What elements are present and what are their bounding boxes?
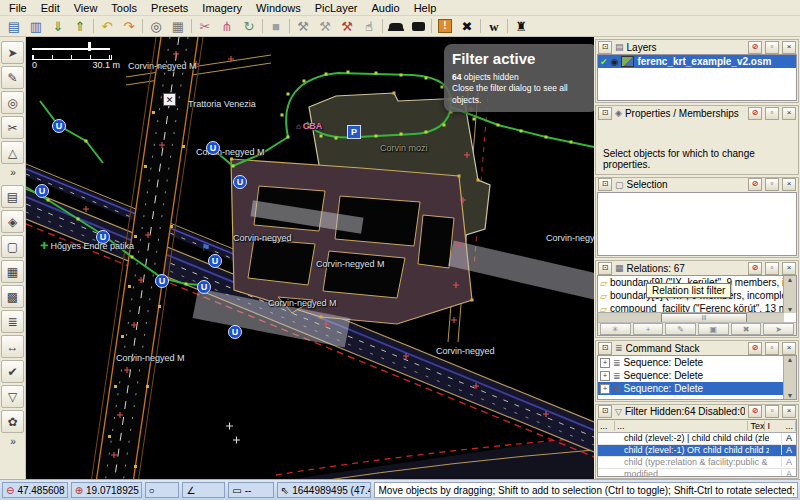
update-data-icon[interactable]: ↻ bbox=[238, 16, 260, 36]
palette-toggle[interactable]: ✿ bbox=[1, 410, 24, 433]
save-icon[interactable]: ▥ bbox=[25, 16, 47, 36]
menu-item[interactable]: Presets bbox=[144, 1, 195, 15]
command-row[interactable]: +≣Sequence: Delete bbox=[598, 369, 784, 382]
measure-toggle[interactable]: ↔ bbox=[1, 335, 24, 358]
close-panel-button[interactable]: × bbox=[782, 342, 796, 355]
filter-toggle[interactable]: ▽ bbox=[1, 385, 24, 408]
hand-icon[interactable]: ☝ bbox=[358, 16, 380, 36]
redo-icon[interactable]: ↷ bbox=[118, 16, 140, 36]
collapse-button[interactable]: ⊡ bbox=[598, 262, 612, 275]
command-row[interactable]: +≣Sequence: Delete bbox=[598, 356, 784, 369]
tool-hammer-icon[interactable]: ⚒ bbox=[292, 16, 314, 36]
extrude-tool[interactable]: △ bbox=[1, 141, 24, 164]
detach-button[interactable]: ▫ bbox=[765, 41, 779, 54]
close-panel-button[interactable]: × bbox=[782, 178, 796, 191]
collapse-button[interactable]: ⊡ bbox=[598, 41, 612, 54]
layer-active-check-icon[interactable]: ✔ bbox=[600, 57, 608, 67]
toolbar-button[interactable] bbox=[91, 17, 96, 35]
layers-toggle[interactable]: ▤ bbox=[1, 185, 24, 208]
open-icon[interactable]: ▤ bbox=[3, 16, 25, 36]
filter-row[interactable]: ✔ child (type:relation & facility:public… bbox=[598, 457, 796, 469]
mode-overflow-button[interactable]: » bbox=[10, 167, 15, 178]
bus-icon[interactable] bbox=[407, 16, 429, 36]
validator-toggle[interactable]: ✔ bbox=[1, 360, 24, 383]
close-panel-button[interactable]: × bbox=[782, 262, 796, 275]
mapstyle-toggle[interactable]: ▩ bbox=[1, 285, 24, 308]
preferences-icon[interactable]: ▦ bbox=[167, 16, 189, 36]
toolbar-button[interactable] bbox=[189, 17, 194, 35]
selection-toggle[interactable]: ▢ bbox=[1, 235, 24, 258]
sticky-button[interactable]: ⊘ bbox=[748, 178, 762, 191]
detach-button[interactable]: ▫ bbox=[765, 342, 779, 355]
sticky-button[interactable]: ⊘ bbox=[748, 342, 762, 355]
detach-button[interactable]: ▫ bbox=[765, 178, 779, 191]
toolbar-button[interactable] bbox=[505, 17, 510, 35]
selection-list[interactable] bbox=[597, 192, 797, 257]
toggle-overflow-button[interactable]: » bbox=[10, 436, 15, 447]
layer-row[interactable]: ✔ ◉ ferenc_krt_example_v2.osm bbox=[598, 55, 796, 68]
tool-hammer-red-icon[interactable]: ⚒ bbox=[336, 16, 358, 36]
delete-icon[interactable]: ✖ bbox=[456, 16, 478, 36]
imagery-icon[interactable]: ■ bbox=[265, 16, 287, 36]
menu-item[interactable]: Help bbox=[407, 1, 444, 15]
collapse-button[interactable]: ⊡ bbox=[598, 178, 612, 191]
select-tool[interactable]: ➤ bbox=[1, 41, 24, 64]
detach-button[interactable]: ▫ bbox=[765, 107, 779, 120]
menu-item[interactable]: Audio bbox=[365, 1, 407, 15]
collapse-button[interactable]: ⊡ bbox=[598, 405, 612, 418]
edit-relation-button[interactable]: ✎ bbox=[665, 323, 696, 335]
delete-relation-button[interactable]: ✖ bbox=[731, 323, 762, 335]
split-way-icon[interactable]: ⋔ bbox=[216, 16, 238, 36]
toolbar-button[interactable] bbox=[478, 17, 483, 35]
expand-icon[interactable]: + bbox=[600, 384, 610, 394]
sticky-button[interactable]: ⊘ bbox=[748, 107, 762, 120]
detach-button[interactable]: ▫ bbox=[765, 262, 779, 275]
filter-row[interactable]: ✔ ✔ child (zlevel:-2) | child child chil… bbox=[598, 433, 796, 445]
relations-toggle[interactable]: ▦ bbox=[1, 260, 24, 283]
car-icon[interactable] bbox=[385, 16, 407, 36]
delete-mode-tool[interactable]: ✂ bbox=[1, 116, 24, 139]
toolbar-button[interactable] bbox=[429, 17, 434, 35]
select-relation-button[interactable]: ➤ bbox=[763, 323, 794, 335]
draw-node-tool[interactable]: ✎ bbox=[1, 66, 24, 89]
menu-item[interactable]: Edit bbox=[34, 1, 67, 15]
menu-item[interactable]: File bbox=[2, 1, 34, 15]
zoom-selection-icon[interactable]: ◎ bbox=[145, 16, 167, 36]
duplicate-relation-button[interactable]: ▣ bbox=[698, 323, 729, 335]
menu-item[interactable]: Windows bbox=[249, 1, 308, 15]
close-panel-button[interactable]: × bbox=[782, 405, 796, 418]
command-row[interactable]: +≣Sequence: Delete bbox=[598, 382, 784, 395]
sticky-button[interactable]: ⊘ bbox=[748, 262, 762, 275]
warning-icon[interactable]: ! bbox=[434, 16, 456, 36]
collapse-button[interactable]: ⊡ bbox=[598, 107, 612, 120]
unglue-way-icon[interactable]: ✂ bbox=[194, 16, 216, 36]
tags-toggle[interactable]: ◈ bbox=[1, 210, 24, 233]
close-panel-button[interactable]: × bbox=[782, 107, 796, 120]
toolbar-button[interactable] bbox=[287, 17, 292, 35]
zoom-mode-tool[interactable]: ◎ bbox=[1, 91, 24, 114]
command-vscrollbar[interactable]: ▲▼ bbox=[783, 356, 796, 399]
station-icon[interactable]: ♜ bbox=[510, 16, 532, 36]
layer-visibility-icon[interactable]: ◉ bbox=[611, 57, 619, 67]
sticky-button[interactable]: ⊘ bbox=[748, 405, 762, 418]
download-icon[interactable]: ⇓ bbox=[47, 16, 69, 36]
filter-row[interactable]: ✔ ✔ child (zlevel:-1) OR child child chi… bbox=[598, 445, 796, 457]
toolbar-button[interactable] bbox=[380, 17, 385, 35]
expand-icon[interactable]: + bbox=[600, 371, 610, 381]
tool-hammer2-icon[interactable]: ⚒ bbox=[314, 16, 336, 36]
new-relation-button[interactable]: + bbox=[633, 323, 664, 335]
filter-row[interactable]: ✔ modified ✔ A bbox=[598, 469, 796, 477]
wikipedia-icon[interactable]: w bbox=[483, 16, 505, 36]
menu-item[interactable]: View bbox=[67, 1, 105, 15]
collapse-button[interactable]: ⊡ bbox=[598, 342, 612, 355]
close-panel-button[interactable]: × bbox=[782, 41, 796, 54]
relations-vscrollbar[interactable]: ▲▼ bbox=[783, 276, 796, 313]
filter-relations-button[interactable]: ✳ bbox=[600, 323, 631, 335]
toolbar-button[interactable] bbox=[260, 17, 265, 35]
expand-icon[interactable]: + bbox=[600, 358, 610, 368]
toolbar-button[interactable] bbox=[140, 17, 145, 35]
commandstack-toggle[interactable]: ≣ bbox=[1, 310, 24, 333]
undo-icon[interactable]: ↶ bbox=[96, 16, 118, 36]
map-canvas[interactable]: 0 30.1 m Corvin-negyed MTrattoria Venezi… bbox=[26, 37, 594, 479]
menu-item[interactable]: Imagery bbox=[195, 1, 249, 15]
